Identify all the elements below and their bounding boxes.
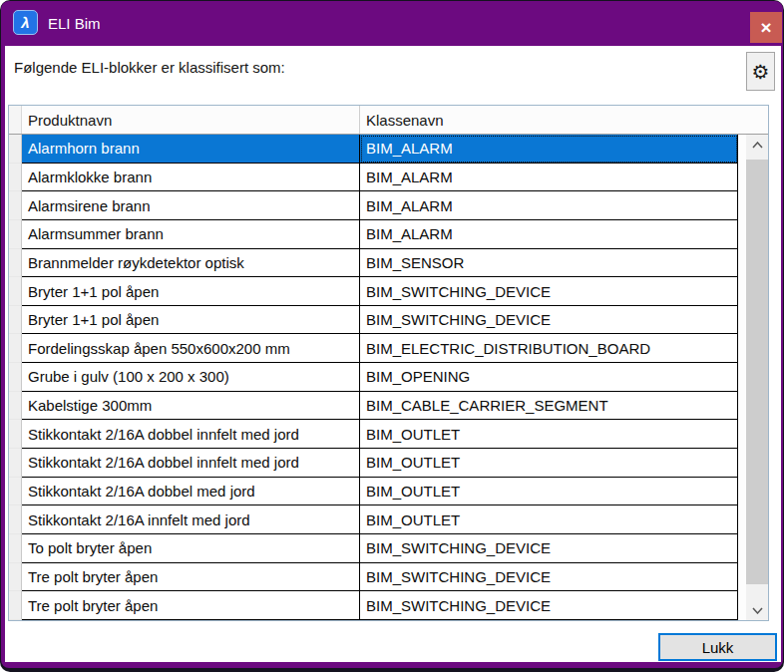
chevron-up-icon [752,142,763,149]
row-selector-cell[interactable] [9,306,22,335]
cell-klassenavn[interactable]: BIM_OUTLET [360,478,738,506]
scrollbar-track-bottom[interactable] [746,584,768,600]
table-row[interactable]: Kabelstige 300mm BIM_CABLE_CARRIER_SEGME… [9,392,738,421]
row-selector-cell[interactable] [9,534,22,563]
cell-produktnavn[interactable]: Alarmklokke brann [22,164,360,192]
cell-produktnavn[interactable]: Stikkontakt 2/16A dobbel innfelt med jor… [22,420,360,449]
row-selector-cell[interactable] [9,591,22,620]
cell-produktnavn[interactable]: Stikkontakt 2/16A dobbel innfelt med jor… [22,449,360,478]
table-row[interactable]: Bryter 1+1 pol åpen BIM_SWITCHING_DEVICE [9,277,738,306]
lukk-button[interactable]: Lukk [658,633,777,661]
cell-klassenavn[interactable]: BIM_SWITCHING_DEVICE [360,534,738,563]
table-row[interactable]: Stikkontakt 2/16A dobbel med jord BIM_OU… [9,478,738,506]
cell-produktnavn[interactable]: Fordelingsskap åpen 550x600x200 mm [22,334,360,363]
table-row[interactable]: Alarmsirene brann BIM_ALARM [9,191,738,220]
table-row[interactable]: Stikkontakt 2/16A dobbel innfelt med jor… [9,420,738,449]
cell-klassenavn[interactable]: BIM_ELECTRIC_DISTRIBUTION_BOARD [360,334,738,363]
cell-produktnavn[interactable]: Bryter 1+1 pol åpen [22,306,360,335]
eli-bim-dialog: λ ELI Bim × Følgende ELI-blokker er klas… [1,1,783,668]
row-selector-cell[interactable] [9,505,22,534]
row-selector-cell[interactable] [9,249,22,278]
cell-produktnavn[interactable]: Tre polt bryter åpen [22,591,360,620]
cell-klassenavn[interactable]: BIM_SWITCHING_DEVICE [360,277,738,306]
cell-klassenavn[interactable]: BIM_SWITCHING_DEVICE [360,563,738,592]
row-selector-cell[interactable] [9,277,22,306]
column-header-produktnavn[interactable]: Produktnavn [22,106,360,134]
table-right-spacer [738,135,746,620]
cell-klassenavn[interactable]: BIM_ALARM [360,220,738,249]
cell-produktnavn[interactable]: Alarmsirene brann [22,191,360,220]
cell-klassenavn[interactable]: BIM_OUTLET [360,449,738,478]
cell-klassenavn[interactable]: BIM_OPENING [360,363,738,392]
lambda-icon: λ [21,14,29,31]
dialog-frame: λ ELI Bim × Følgende ELI-blokker er klas… [0,0,784,672]
cell-produktnavn[interactable]: Kabelstige 300mm [22,392,360,421]
table-row[interactable]: Grube i gulv (100 x 200 x 300) BIM_OPENI… [9,363,738,392]
cell-klassenavn[interactable]: BIM_ALARM [360,191,738,220]
row-selector-cell[interactable] [9,164,22,192]
cell-produktnavn[interactable]: Bryter 1+1 pol åpen [22,277,360,306]
scroll-up-button[interactable] [746,135,768,155]
cell-klassenavn[interactable]: BIM_SWITCHING_DEVICE [360,306,738,335]
bricscad-app-icon: λ [13,10,38,35]
row-selector-cell[interactable] [9,191,22,220]
column-header-klassenavn[interactable]: Klassenavn [360,106,768,134]
gear-icon: ⚙ [752,60,770,84]
table-row[interactable]: Tre polt bryter åpen BIM_SWITCHING_DEVIC… [9,591,738,620]
scrollbar-thumb[interactable] [746,160,768,584]
row-selector-cell[interactable] [9,392,22,421]
settings-button[interactable]: ⚙ [746,52,775,91]
chevron-down-icon [752,607,763,614]
table-header-row: Produktnavn Klassenavn [9,106,768,135]
table-row[interactable]: Brannmelder røykdetektor optisk BIM_SENS… [9,249,738,278]
cell-produktnavn[interactable]: Tre polt bryter åpen [22,563,360,592]
row-selector-cell[interactable] [9,135,22,164]
table-row[interactable]: Stikkontakt 2/16A dobbel innfelt med jor… [9,449,738,478]
table-row[interactable]: Tre polt bryter åpen BIM_SWITCHING_DEVIC… [9,563,738,592]
cell-klassenavn[interactable]: BIM_ALARM [360,164,738,192]
table-row[interactable]: To polt bryter åpen BIM_SWITCHING_DEVICE [9,534,738,563]
title-bar[interactable]: λ ELI Bim × [1,1,783,46]
cell-klassenavn[interactable]: BIM_SWITCHING_DEVICE [360,591,738,620]
cell-klassenavn[interactable]: BIM_SENSOR [360,249,738,278]
table-row[interactable]: Alarmklokke brann BIM_ALARM [9,164,738,192]
cell-klassenavn[interactable]: BIM_OUTLET [360,505,738,534]
row-selector-cell[interactable] [9,334,22,363]
cell-produktnavn[interactable]: To polt bryter åpen [22,534,360,563]
cell-produktnavn[interactable]: Alarmsummer brann [22,220,360,249]
cell-produktnavn[interactable]: Alarmhorn brann [22,135,360,164]
cell-klassenavn[interactable]: BIM_OUTLET [360,420,738,449]
window-title: ELI Bim [48,1,101,46]
header-selector-cell[interactable] [9,106,22,134]
classification-table: Produktnavn Klassenavn Alarmhorn brann B… [8,105,769,621]
row-selector-cell[interactable] [9,563,22,592]
row-selector-cell[interactable] [9,449,22,478]
close-window-button[interactable]: × [750,12,782,43]
vertical-scrollbar[interactable] [746,135,768,620]
cell-produktnavn[interactable]: Grube i gulv (100 x 200 x 300) [22,363,360,392]
close-icon: × [760,17,771,39]
row-selector-cell[interactable] [9,220,22,249]
table-row[interactable]: Alarmhorn brann BIM_ALARM [9,135,738,164]
table-rows: Alarmhorn brann BIM_ALARM Alarmklokke br… [9,135,738,620]
table-row[interactable]: Stikkontakt 2/16A innfelt med jord BIM_O… [9,505,738,534]
scroll-down-button[interactable] [746,600,768,620]
row-selector-cell[interactable] [9,363,22,392]
cell-produktnavn[interactable]: Stikkontakt 2/16A innfelt med jord [22,505,360,534]
intro-label: Følgende ELI-blokker er klassifisert som… [14,59,285,76]
row-selector-cell[interactable] [9,420,22,449]
cell-klassenavn[interactable]: BIM_ALARM [360,135,738,164]
table-row[interactable]: Alarmsummer brann BIM_ALARM [9,220,738,249]
cell-klassenavn[interactable]: BIM_CABLE_CARRIER_SEGMENT [360,392,738,421]
table-body: Alarmhorn brann BIM_ALARM Alarmklokke br… [9,135,768,620]
dialog-content: Følgende ELI-blokker er klassifisert som… [5,46,781,662]
row-selector-cell[interactable] [9,478,22,506]
cell-produktnavn[interactable]: Brannmelder røykdetektor optisk [22,249,360,278]
cell-produktnavn[interactable]: Stikkontakt 2/16A dobbel med jord [22,478,360,506]
table-row[interactable]: Bryter 1+1 pol åpen BIM_SWITCHING_DEVICE [9,306,738,335]
table-row[interactable]: Fordelingsskap åpen 550x600x200 mm BIM_E… [9,334,738,363]
